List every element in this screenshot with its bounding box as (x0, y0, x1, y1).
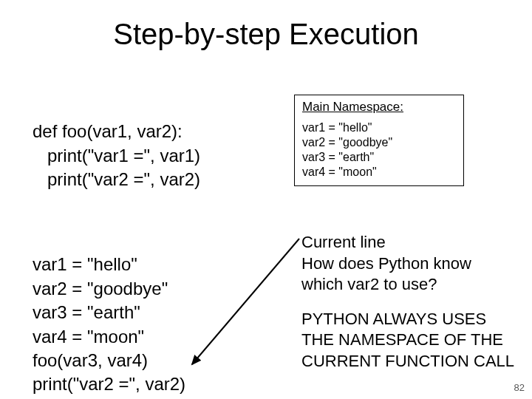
namespace-line: var3 = "earth" (302, 150, 456, 165)
code-line: foo(var3, var4) (33, 350, 148, 370)
namespace-title: Main Namespace: (302, 100, 456, 115)
code-line: print("var1 =", var1) (33, 146, 200, 166)
code-line: var2 = "goodbye" (33, 279, 168, 299)
current-line-arrow-icon (185, 235, 303, 375)
code-line: def foo(var1, var2): (33, 121, 183, 141)
commentary-block: Current line How does Python know which … (301, 232, 516, 372)
namespace-line: var1 = "hello" (302, 120, 456, 135)
slide-title: Step-by-step Execution (0, 18, 532, 51)
question-text: How does Python know which var2 to use? (301, 254, 471, 294)
code-line: print("var2 =", var2) (33, 374, 185, 394)
namespace-line: var2 = "goodbye" (302, 135, 456, 150)
code-line: var4 = "moon" (33, 327, 144, 347)
answer-text: PYTHON ALWAYS USES THE NAMESPACE OF THE … (301, 309, 516, 372)
namespace-box: Main Namespace: var1 = "hello" var2 = "g… (294, 95, 464, 186)
code-line: print("var2 =", var2) (33, 169, 200, 189)
page-number: 82 (514, 382, 525, 393)
code-line: var1 = "hello" (33, 254, 137, 274)
code-line: var3 = "earth" (33, 302, 140, 322)
code-main-block: var1 = "hello" var2 = "goodbye" var3 = "… (33, 229, 185, 397)
code-def-block: def foo(var1, var2): print("var1 =", var… (33, 96, 200, 192)
current-line-label: Current line (301, 233, 386, 251)
svg-line-0 (192, 239, 299, 364)
namespace-line: var4 = "moon" (302, 165, 456, 180)
